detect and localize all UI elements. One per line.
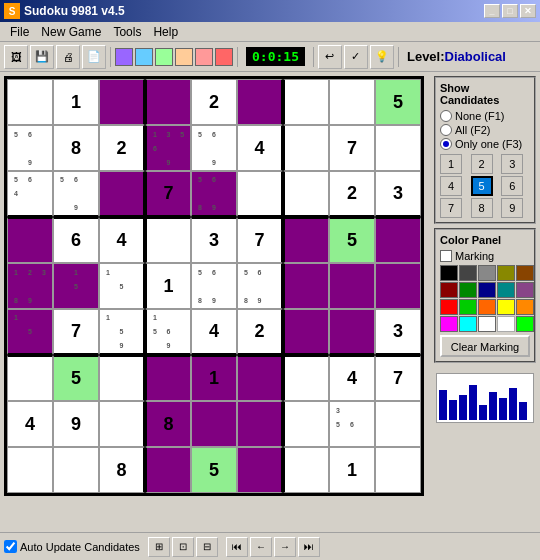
undo-btn[interactable]: ↩ [318, 45, 342, 69]
minimize-button[interactable]: _ [484, 4, 500, 18]
marking-check-box[interactable] [440, 250, 452, 262]
cell-r2c3[interactable]: 7 [145, 171, 191, 217]
cell-r3c0[interactable] [7, 217, 53, 263]
toolbar-btn-4[interactable]: 📄 [82, 45, 106, 69]
cell-r1c6[interactable] [283, 125, 329, 171]
cell-r1c0[interactable]: 569 [7, 125, 53, 171]
radio-only-one[interactable]: Only one (F3) [440, 138, 530, 150]
cell-r8c3[interactable] [145, 447, 191, 493]
radio-all[interactable]: All (F2) [440, 124, 530, 136]
color-green[interactable] [155, 48, 173, 66]
cell-r3c8[interactable] [375, 217, 421, 263]
cell-r8c6[interactable] [283, 447, 329, 493]
cell-r1c3[interactable]: 13569 [145, 125, 191, 171]
maximize-button[interactable]: □ [502, 4, 518, 18]
cell-r8c7[interactable]: 1 [329, 447, 375, 493]
swatch-white2[interactable] [497, 316, 515, 332]
swatch-brightgreen[interactable] [516, 316, 534, 332]
cell-r0c0[interactable] [7, 79, 53, 125]
swatch-magenta[interactable] [440, 316, 458, 332]
cell-r8c4[interactable]: 5 [191, 447, 237, 493]
swatch-yellow[interactable] [497, 299, 515, 315]
menu-tools[interactable]: Tools [107, 23, 147, 41]
cell-r6c3[interactable] [145, 355, 191, 401]
swatch-darkgreen[interactable] [459, 282, 477, 298]
swatch-brown[interactable] [516, 265, 534, 281]
nav-last[interactable]: ⏭ [298, 537, 320, 557]
cell-r0c2[interactable] [99, 79, 145, 125]
swatch-darkblue[interactable] [478, 282, 496, 298]
cell-r0c7[interactable] [329, 79, 375, 125]
toolbar-btn-3[interactable]: 🖨 [56, 45, 80, 69]
swatch-red[interactable] [440, 299, 458, 315]
cell-r5c7[interactable] [329, 309, 375, 355]
check-btn[interactable]: ✓ [344, 45, 368, 69]
cell-r7c4[interactable] [191, 401, 237, 447]
cell-r6c7[interactable]: 4 [329, 355, 375, 401]
cell-r6c6[interactable] [283, 355, 329, 401]
cell-r0c5[interactable] [237, 79, 283, 125]
cell-r0c3[interactable] [145, 79, 191, 125]
cell-r5c8[interactable]: 3 [375, 309, 421, 355]
cell-r4c5[interactable]: 5689 [237, 263, 283, 309]
nav-first[interactable]: ⏮ [226, 537, 248, 557]
cell-r6c2[interactable] [99, 355, 145, 401]
cell-r4c0[interactable]: 12389 [7, 263, 53, 309]
cell-r6c4[interactable]: 1 [191, 355, 237, 401]
cell-r4c3[interactable]: 1 [145, 263, 191, 309]
cell-r5c1[interactable]: 7 [53, 309, 99, 355]
cell-r7c3[interactable]: 8 [145, 401, 191, 447]
cell-r0c4[interactable]: 2 [191, 79, 237, 125]
cell-r6c1[interactable]: 5 [53, 355, 99, 401]
swatch-teal[interactable] [497, 282, 515, 298]
num-5[interactable]: 5 [471, 176, 493, 196]
num-4[interactable]: 4 [440, 176, 462, 196]
swatch-orange[interactable] [478, 299, 496, 315]
cell-r4c1[interactable]: 15 [53, 263, 99, 309]
swatch-olive[interactable] [497, 265, 515, 281]
nav-prev[interactable]: ← [250, 537, 272, 557]
cell-r4c6[interactable] [283, 263, 329, 309]
num-3[interactable]: 3 [501, 154, 523, 174]
cell-r5c0[interactable]: 15 [7, 309, 53, 355]
swatch-lightorange[interactable] [516, 299, 534, 315]
num-9[interactable]: 9 [501, 198, 523, 218]
cell-r5c3[interactable]: 1569 [145, 309, 191, 355]
cell-r8c1[interactable] [53, 447, 99, 493]
color-purple[interactable] [115, 48, 133, 66]
cell-r8c0[interactable] [7, 447, 53, 493]
cell-r3c3[interactable] [145, 217, 191, 263]
cell-r1c5[interactable]: 4 [237, 125, 283, 171]
cell-r5c4[interactable]: 4 [191, 309, 237, 355]
cell-r7c7[interactable]: 356 [329, 401, 375, 447]
cell-r3c6[interactable] [283, 217, 329, 263]
swatch-darkred[interactable] [440, 282, 458, 298]
cell-r1c7[interactable]: 7 [329, 125, 375, 171]
menu-new-game[interactable]: New Game [35, 23, 107, 41]
cell-r4c8[interactable] [375, 263, 421, 309]
menu-file[interactable]: File [4, 23, 35, 41]
cell-r1c1[interactable]: 8 [53, 125, 99, 171]
cell-r2c1[interactable]: 569 [53, 171, 99, 217]
cell-r1c4[interactable]: 569 [191, 125, 237, 171]
color-red[interactable] [215, 48, 233, 66]
swatch-darkgray[interactable] [459, 265, 477, 281]
cell-r7c8[interactable] [375, 401, 421, 447]
toolbar-btn-2[interactable]: 💾 [30, 45, 54, 69]
cell-r4c4[interactable]: 5689 [191, 263, 237, 309]
swatch-purple[interactable] [516, 282, 534, 298]
cell-r2c2[interactable] [99, 171, 145, 217]
cell-r6c0[interactable] [7, 355, 53, 401]
sudoku-grid[interactable]: 1255698213569569475645697568923643751238… [4, 76, 424, 496]
cell-r2c7[interactable]: 2 [329, 171, 375, 217]
color-peach[interactable] [175, 48, 193, 66]
num-2[interactable]: 2 [471, 154, 493, 174]
hint-btn[interactable]: 💡 [370, 45, 394, 69]
cell-r2c6[interactable] [283, 171, 329, 217]
toolbar-btn-1[interactable]: 🖼 [4, 45, 28, 69]
num-6[interactable]: 6 [501, 176, 523, 196]
cell-r8c5[interactable] [237, 447, 283, 493]
cell-r7c5[interactable] [237, 401, 283, 447]
cell-r6c5[interactable] [237, 355, 283, 401]
cell-r7c6[interactable] [283, 401, 329, 447]
